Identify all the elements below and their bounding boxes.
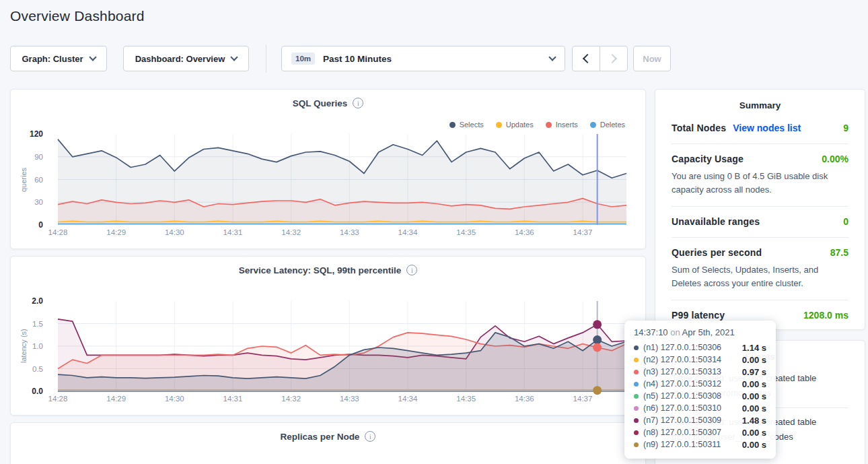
node-color-dot — [634, 430, 639, 435]
dashboard-label: Dashboard: Overview — [135, 54, 225, 64]
view-nodes-list-link[interactable]: View nodes list — [733, 123, 801, 133]
now-button[interactable]: Now — [633, 46, 671, 71]
legend-item-deletes[interactable]: Deletes — [590, 121, 625, 129]
capacity-usage-label: Capacity Usage — [672, 154, 744, 164]
node-color-dot — [634, 345, 639, 350]
chart-title-row: SQL Queries — [11, 98, 645, 108]
x-axis-ticks: 14:2814:2914:3014:3114:3214:3314:3414:35… — [58, 395, 626, 405]
y-tick-label: 0 — [38, 220, 43, 230]
x-tick-label: 14:37 — [573, 395, 593, 403]
x-tick-label: 14:32 — [281, 395, 301, 403]
node-latency-value: 0.00 s — [742, 428, 766, 438]
legend-label: Inserts — [556, 121, 578, 129]
node-latency-value: 0.00 s — [742, 403, 766, 413]
y-tick-label: 90 — [34, 153, 43, 161]
info-icon[interactable] — [365, 431, 375, 442]
toolbar-divider — [266, 44, 266, 73]
node-address: (n8) 127.0.0.1:50307 — [643, 428, 721, 437]
sql-queries-chart — [58, 134, 626, 225]
legend-label: Deletes — [600, 121, 625, 129]
y-tick-label: 120 — [30, 129, 43, 139]
summary-panel: Summary Total Nodes View nodes list 9 Ca… — [655, 89, 865, 330]
y-tick-label: 0.5 — [32, 365, 43, 373]
node-latency-value: 0.00 s — [742, 379, 766, 389]
service-latency-chart-title: Service Latency: SQL, 99th percentile — [239, 265, 402, 275]
tooltip-node-row: (n5) 127.0.0.1:50308 0.00 s — [634, 390, 766, 402]
x-tick-label: 14:28 — [48, 395, 68, 403]
node-latency-value: 0.00 s — [742, 355, 766, 365]
legend-item-updates[interactable]: Updates — [496, 121, 534, 129]
time-window-prev-button[interactable] — [572, 46, 600, 71]
x-tick-label: 14:30 — [165, 395, 184, 403]
node-color-dot — [634, 370, 639, 374]
tooltip-timestamp: 14:37:10 on Apr 5th, 2021 — [634, 327, 766, 337]
node-color-dot — [634, 394, 639, 399]
tooltip-time: 14:37:10 — [634, 327, 668, 337]
x-tick-label: 14:36 — [515, 228, 534, 236]
tooltip-node-row: (n1) 127.0.0.1:50306 1.14 s — [634, 341, 766, 354]
y-tick-label: 2.0 — [32, 296, 43, 306]
node-latency-value: 0.00 s — [742, 391, 766, 401]
summary-row-total-nodes: Total Nodes View nodes list 9 — [672, 113, 848, 144]
qps-value: 87.5 — [830, 247, 848, 258]
summary-row-unavailable-ranges: Unavailable ranges 0 — [672, 207, 848, 238]
time-range-label: Past 10 Minutes — [323, 54, 392, 64]
x-tick-label: 14:33 — [340, 228, 359, 236]
node-color-dot — [634, 418, 639, 423]
node-latency-value: 1.48 s — [742, 416, 766, 426]
legend-label: Selects — [460, 121, 484, 129]
x-tick-label: 14:31 — [223, 395, 243, 403]
node-address: (n5) 127.0.0.1:50308 — [643, 391, 721, 401]
chevron-right-icon — [608, 54, 617, 63]
chevron-down-icon — [231, 53, 238, 61]
x-tick-label: 14:34 — [398, 395, 418, 403]
graph-scope-dropdown[interactable]: Graph: Cluster — [10, 46, 107, 71]
summary-row-capacity: Capacity Usage 0.00% You are using 0 B o… — [672, 144, 848, 207]
x-tick-label: 14:35 — [456, 395, 476, 403]
x-tick-label: 14:31 — [223, 228, 243, 236]
legend-dot — [449, 122, 456, 128]
unavailable-ranges-value: 0 — [843, 216, 848, 227]
legend-item-selects[interactable]: Selects — [449, 121, 484, 129]
chevron-left-icon — [583, 54, 592, 63]
summary-title: Summary — [655, 100, 865, 110]
node-latency-value: 1.14 s — [742, 343, 766, 353]
service-latency-plot-area[interactable] — [58, 301, 626, 391]
x-tick-label: 14:30 — [165, 228, 184, 236]
x-tick-label: 14:29 — [106, 395, 126, 403]
tooltip-node-row: (n8) 127.0.0.1:50307 0.00 s — [634, 426, 766, 438]
legend-label: Updates — [506, 121, 534, 129]
legend-dot — [496, 122, 502, 128]
replicas-per-node-card: Replicas per Node — [10, 422, 646, 464]
sql-queries-legend: Selects Updates Inserts Deletes — [449, 121, 625, 129]
tooltip-date: Apr 5th, 2021 — [682, 327, 735, 337]
dashboard-dropdown[interactable]: Dashboard: Overview — [123, 46, 249, 71]
info-icon[interactable] — [353, 98, 363, 108]
node-address: (n1) 127.0.0.1:50306 — [643, 343, 721, 352]
chart-title-row: Service Latency: SQL, 99th percentile — [11, 265, 645, 275]
y-tick-label: 60 — [34, 176, 43, 184]
node-address: (n7) 127.0.0.1:50309 — [643, 416, 721, 425]
time-range-dropdown[interactable]: 10m Past 10 Minutes — [281, 46, 565, 71]
sql-queries-plot-area[interactable] — [58, 134, 626, 225]
tooltip-node-row: (n7) 127.0.0.1:50309 1.48 s — [634, 414, 766, 426]
time-window-next-button[interactable] — [600, 46, 628, 71]
page-title: Overview Dashboard — [10, 8, 145, 24]
unavailable-ranges-label: Unavailable ranges — [672, 216, 760, 227]
y-axis-ticks: 0306090120 — [11, 134, 48, 225]
tooltip-node-row: (n4) 127.0.0.1:50312 0.00 s — [634, 378, 766, 390]
capacity-usage-value: 0.00% — [822, 154, 848, 164]
node-address: (n4) 127.0.0.1:50312 — [643, 379, 721, 389]
node-address: (n6) 127.0.0.1:50310 — [643, 403, 721, 413]
x-tick-label: 14:33 — [340, 395, 359, 403]
tooltip-node-row: (n9) 127.0.0.1:50311 0.00 s — [634, 438, 766, 451]
replicas-chart-title: Replicas per Node — [281, 432, 360, 442]
node-latency-value: 0.00 s — [742, 440, 766, 450]
node-color-dot — [634, 442, 639, 447]
y-tick-label: 1.5 — [32, 320, 43, 328]
info-icon[interactable] — [406, 265, 417, 275]
legend-item-inserts[interactable]: Inserts — [546, 121, 578, 129]
x-tick-label: 14:28 — [48, 228, 68, 236]
node-color-dot — [634, 406, 639, 411]
service-latency-card: Service Latency: SQL, 99th percentile la… — [10, 256, 646, 416]
